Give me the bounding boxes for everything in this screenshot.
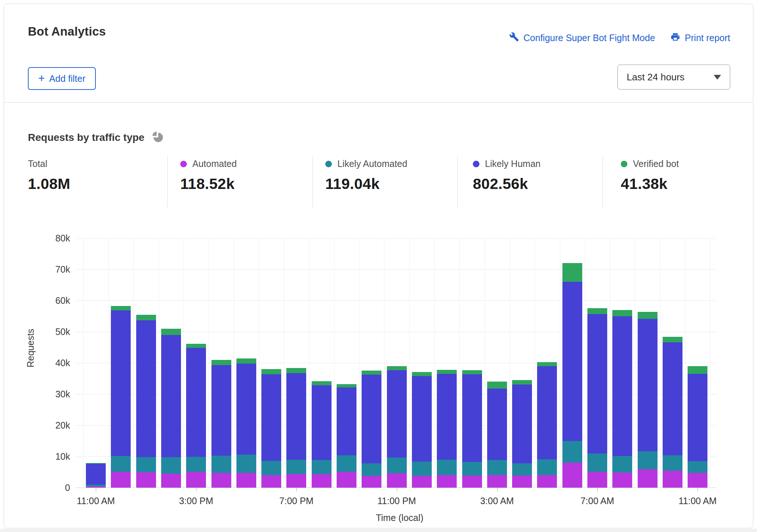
- bar-segment-verified-bot[interactable]: [587, 308, 607, 314]
- bar-segment-automated[interactable]: [562, 463, 582, 488]
- bar-segment-likely-automated[interactable]: [387, 458, 407, 473]
- bar-segment-likely-automated[interactable]: [236, 455, 256, 473]
- bar-segment-verified-bot[interactable]: [462, 370, 482, 374]
- bar-segment-automated[interactable]: [387, 473, 407, 488]
- bar-segment-automated[interactable]: [638, 469, 658, 488]
- bar-segment-automated[interactable]: [136, 472, 156, 488]
- bar-segment-automated[interactable]: [312, 474, 332, 488]
- bar-segment-automated[interactable]: [587, 472, 607, 488]
- bar-segment-likely-automated[interactable]: [512, 463, 532, 475]
- bar-segment-automated[interactable]: [537, 475, 557, 488]
- bar-segment-automated[interactable]: [211, 473, 231, 488]
- time-range-select[interactable]: Last 24 hours: [617, 65, 730, 90]
- bar-segment-verified-bot[interactable]: [612, 310, 632, 316]
- bar-segment-likely-human[interactable]: [387, 370, 407, 457]
- bar-segment-verified-bot[interactable]: [161, 329, 181, 335]
- bar-segment-automated[interactable]: [487, 475, 507, 488]
- bar-segment-likely-human[interactable]: [688, 374, 707, 461]
- bar-segment-automated[interactable]: [462, 475, 482, 488]
- bar-segment-likely-human[interactable]: [312, 385, 332, 460]
- bar-segment-automated[interactable]: [337, 472, 356, 488]
- bar-segment-verified-bot[interactable]: [211, 360, 231, 365]
- bar-segment-likely-human[interactable]: [236, 364, 256, 455]
- bar-segment-likely-human[interactable]: [537, 366, 557, 459]
- bar-segment-likely-human[interactable]: [111, 310, 131, 456]
- bar-segment-likely-automated[interactable]: [111, 456, 131, 472]
- bar-segment-likely-automated[interactable]: [562, 441, 582, 463]
- bar-segment-likely-automated[interactable]: [663, 455, 682, 471]
- bar-segment-likely-automated[interactable]: [412, 462, 432, 475]
- bar-segment-verified-bot[interactable]: [487, 382, 507, 389]
- bar-segment-likely-human[interactable]: [512, 385, 532, 463]
- bar-segment-likely-human[interactable]: [437, 374, 457, 460]
- bar-segment-likely-human[interactable]: [186, 348, 206, 457]
- bar-segment-likely-automated[interactable]: [638, 451, 658, 469]
- bar-segment-likely-automated[interactable]: [462, 462, 482, 475]
- bar-segment-automated[interactable]: [186, 472, 206, 488]
- bar-segment-likely-human[interactable]: [286, 373, 306, 460]
- bar-segment-automated[interactable]: [236, 473, 256, 488]
- bar-segment-likely-automated[interactable]: [261, 461, 281, 475]
- bar-segment-verified-bot[interactable]: [286, 368, 306, 373]
- bar-segment-likely-automated[interactable]: [211, 456, 231, 473]
- bar-segment-likely-human[interactable]: [412, 376, 432, 462]
- bar-segment-automated[interactable]: [688, 473, 707, 488]
- bar-segment-likely-automated[interactable]: [537, 459, 557, 475]
- bar-segment-verified-bot[interactable]: [362, 371, 381, 375]
- bar-segment-verified-bot[interactable]: [337, 384, 356, 387]
- bar-segment-verified-bot[interactable]: [663, 337, 682, 342]
- bar-segment-automated[interactable]: [286, 474, 306, 488]
- bar-segment-likely-human[interactable]: [487, 389, 507, 460]
- bar-segment-likely-automated[interactable]: [337, 455, 356, 471]
- bar-segment-likely-automated[interactable]: [587, 453, 607, 471]
- bar-segment-likely-automated[interactable]: [161, 457, 181, 474]
- bar-segment-likely-human[interactable]: [663, 342, 682, 455]
- bar-segment-likely-automated[interactable]: [487, 460, 507, 475]
- bar-segment-likely-automated[interactable]: [362, 463, 381, 476]
- bar-segment-likely-human[interactable]: [362, 375, 381, 463]
- bar-segment-likely-automated[interactable]: [286, 460, 306, 474]
- bar-segment-verified-bot[interactable]: [86, 463, 106, 464]
- bar-segment-verified-bot[interactable]: [412, 372, 432, 376]
- bar-segment-verified-bot[interactable]: [136, 315, 156, 320]
- bar-segment-likely-human[interactable]: [136, 320, 156, 457]
- bar-segment-likely-automated[interactable]: [312, 460, 332, 474]
- bar-segment-likely-human[interactable]: [261, 374, 281, 461]
- bar-segment-automated[interactable]: [111, 472, 131, 488]
- bar-segment-likely-automated[interactable]: [612, 456, 632, 473]
- bar-segment-verified-bot[interactable]: [111, 306, 131, 310]
- bar-segment-automated[interactable]: [512, 475, 532, 488]
- bar-segment-likely-human[interactable]: [462, 374, 482, 462]
- bar-segment-automated[interactable]: [612, 473, 632, 488]
- bar-segment-automated[interactable]: [663, 471, 682, 488]
- print-report-link[interactable]: Print report: [670, 32, 730, 44]
- bar-segment-verified-bot[interactable]: [236, 358, 256, 364]
- bar-segment-verified-bot[interactable]: [537, 362, 557, 366]
- bar-segment-likely-automated[interactable]: [86, 485, 106, 486]
- configure-super-bot-fight-mode-link[interactable]: Configure Super Bot Fight Mode: [509, 32, 655, 44]
- bar-segment-likely-human[interactable]: [86, 464, 106, 485]
- bar-segment-automated[interactable]: [161, 474, 181, 488]
- bar-segment-likely-automated[interactable]: [688, 461, 707, 473]
- bar-segment-verified-bot[interactable]: [312, 381, 332, 385]
- bar-segment-automated[interactable]: [261, 475, 281, 488]
- bar-segment-likely-human[interactable]: [337, 387, 356, 455]
- bar-segment-likely-automated[interactable]: [136, 457, 156, 473]
- bar-segment-likely-human[interactable]: [638, 319, 658, 451]
- bar-segment-verified-bot[interactable]: [512, 380, 532, 385]
- bar-segment-verified-bot[interactable]: [688, 366, 707, 374]
- bar-segment-verified-bot[interactable]: [562, 263, 582, 282]
- bar-segment-likely-automated[interactable]: [186, 457, 206, 472]
- bar-segment-likely-human[interactable]: [211, 365, 231, 456]
- bar-segment-verified-bot[interactable]: [437, 370, 457, 374]
- bar-segment-automated[interactable]: [437, 475, 457, 488]
- bar-segment-likely-human[interactable]: [587, 314, 607, 453]
- bar-segment-automated[interactable]: [362, 476, 381, 488]
- bar-segment-likely-automated[interactable]: [437, 460, 457, 475]
- bar-segment-likely-human[interactable]: [612, 316, 632, 456]
- bar-segment-verified-bot[interactable]: [387, 366, 407, 370]
- bar-segment-verified-bot[interactable]: [261, 369, 281, 374]
- bar-segment-likely-human[interactable]: [562, 282, 582, 441]
- add-filter-button[interactable]: + Add filter: [28, 67, 96, 90]
- bar-segment-likely-human[interactable]: [161, 335, 181, 457]
